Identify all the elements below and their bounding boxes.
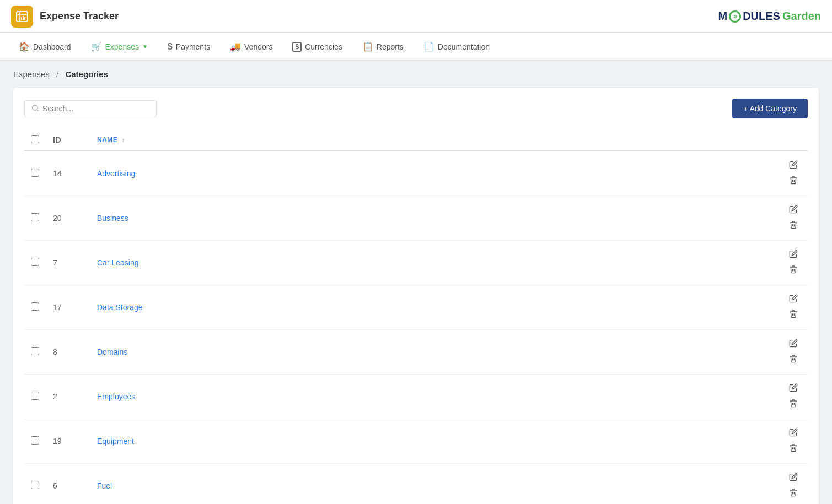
breadcrumb-parent[interactable]: Expenses [13,69,50,79]
row-id: 19 [46,419,90,464]
edit-button[interactable] [786,158,801,174]
delete-button[interactable] [786,218,801,234]
nav-item-dashboard[interactable]: 🏠 Dashboard [11,37,79,56]
row-name: Fuel [90,464,764,505]
row-checkbox-cell [24,464,46,505]
sort-asc-icon: ↑ [122,137,125,143]
row-name: Business [90,196,764,241]
edit-button[interactable] [786,292,801,307]
row-actions [764,241,808,285]
delete-button[interactable] [786,397,801,412]
delete-button[interactable] [786,174,801,189]
row-checkbox-cell [24,151,46,196]
doc-icon: 📄 [423,41,434,52]
delete-button[interactable] [786,307,801,323]
truck-icon: 🚚 [230,41,241,52]
svg-rect-4 [23,16,24,20]
select-all-checkbox[interactable] [31,135,39,143]
row-id: 14 [46,151,90,196]
edit-button[interactable] [786,247,801,263]
row-checkbox[interactable] [31,392,39,400]
table-row: 6 Fuel [24,464,808,505]
row-id: 8 [46,330,90,375]
header-left: Expense Tracker [11,6,119,28]
edit-button[interactable] [786,426,801,441]
row-id: 2 [46,375,90,419]
row-name: Employees [90,375,764,419]
row-id: 6 [46,464,90,505]
categories-table: ID NAME ↑ 14 Advertising [24,129,808,504]
table-row: 17 Data Storage [24,285,808,330]
breadcrumb: Expenses / Categories [0,61,832,83]
dollar-icon: $ [168,42,173,52]
row-name: Domains [90,330,764,375]
table-row: 14 Advertising [24,151,808,196]
row-checkbox-cell [24,285,46,330]
edit-button[interactable] [786,337,801,352]
delete-button[interactable] [786,441,801,457]
table-row: 2 Employees [24,375,808,419]
header-name[interactable]: NAME ↑ [90,129,764,151]
svg-line-7 [37,109,39,111]
delete-button[interactable] [786,352,801,367]
app-icon [11,6,33,28]
nav-item-documentation[interactable]: 📄 Documentation [416,37,497,56]
row-checkbox-cell [24,375,46,419]
main-content: + Add Category ID NAME ↑ [13,88,819,504]
row-checkbox[interactable] [31,481,39,489]
row-checkbox[interactable] [31,302,39,311]
row-checkbox[interactable] [31,347,39,355]
table-row: 8 Domains [24,330,808,375]
row-actions [764,196,808,241]
row-id: 17 [46,285,90,330]
row-checkbox[interactable] [31,258,39,266]
edit-button[interactable] [786,381,801,397]
app-title: Expense Tracker [40,10,119,22]
row-id: 7 [46,241,90,285]
row-name: Advertising [90,151,764,196]
cart-icon: 🛒 [91,41,102,52]
row-actions [764,464,808,505]
row-checkbox[interactable] [31,213,39,221]
row-checkbox[interactable] [31,169,39,177]
search-input[interactable] [42,104,149,113]
nav-item-currencies[interactable]: $ Currencies [285,37,350,56]
table-row: 19 Equipment [24,419,808,464]
nav-item-payments[interactable]: $ Payments [160,37,218,56]
breadcrumb-current: Categories [65,69,108,79]
table-row: 20 Business [24,196,808,241]
row-checkbox[interactable] [31,436,39,445]
table-row: 7 Car Leasing [24,241,808,285]
row-checkbox-cell [24,330,46,375]
edit-button[interactable] [786,203,801,218]
main-nav: 🏠 Dashboard 🛒 Expenses ▼ $ Payments 🚚 Ve… [0,33,832,61]
svg-rect-5 [24,17,25,20]
nav-item-expenses[interactable]: 🛒 Expenses ▼ [83,37,155,56]
header-actions [764,129,808,151]
row-checkbox-cell [24,241,46,285]
row-id: 20 [46,196,90,241]
nav-item-vendors[interactable]: 🚚 Vendors [222,37,280,56]
edit-button[interactable] [786,470,801,486]
toolbar: + Add Category [24,99,808,118]
app-header: Expense Tracker M ⚙ DULES Garden [0,0,832,33]
header-id: ID [46,129,90,151]
row-name: Car Leasing [90,241,764,285]
nav-item-reports[interactable]: 📋 Reports [355,37,411,56]
row-actions [764,330,808,375]
search-icon [31,104,39,113]
brand-logo: M ⚙ DULES Garden [718,10,822,23]
add-category-button[interactable]: + Add Category [732,99,808,118]
reports-icon: 📋 [362,41,373,52]
svg-rect-3 [21,17,22,20]
row-name: Equipment [90,419,764,464]
row-actions [764,419,808,464]
chevron-down-icon: ▼ [142,44,148,50]
delete-button[interactable] [786,263,801,278]
svg-point-6 [33,105,37,110]
delete-button[interactable] [786,486,801,501]
row-name: Data Storage [90,285,764,330]
row-actions [764,151,808,196]
currency-icon: $ [292,42,302,52]
row-actions [764,375,808,419]
